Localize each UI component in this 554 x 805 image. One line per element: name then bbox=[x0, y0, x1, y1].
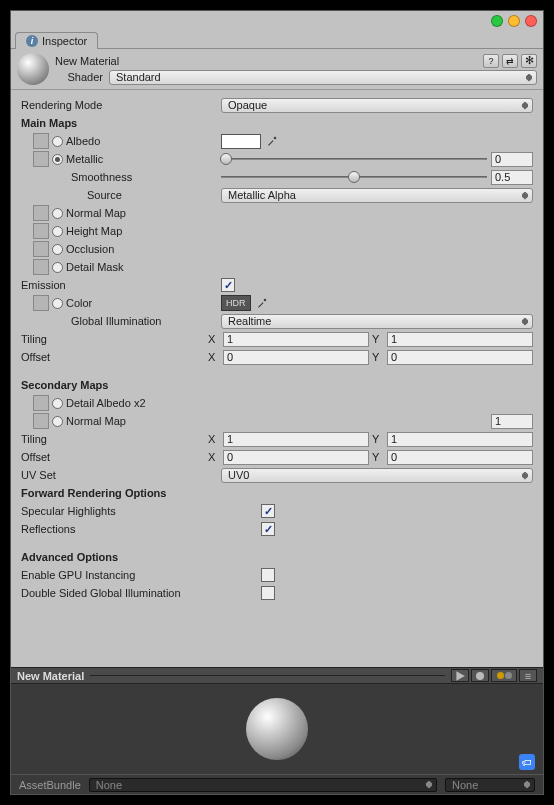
help-button[interactable]: ? bbox=[483, 54, 499, 68]
occlusion-texture-slot[interactable] bbox=[33, 241, 49, 257]
emission-color-radio[interactable] bbox=[52, 298, 63, 309]
smoothness-value-field[interactable] bbox=[491, 170, 533, 185]
secondary-maps-heading: Secondary Maps bbox=[21, 379, 221, 391]
metallic-radio[interactable] bbox=[52, 154, 63, 165]
tiling-x-field[interactable] bbox=[223, 332, 369, 347]
eyedropper-icon[interactable] bbox=[255, 296, 269, 310]
material-name: New Material bbox=[55, 55, 477, 67]
rendering-mode-dropdown[interactable]: Opaque bbox=[221, 98, 533, 113]
normal-radio[interactable] bbox=[52, 208, 63, 219]
offset-x-field[interactable] bbox=[223, 350, 369, 365]
secondary-normal-label: Normal Map bbox=[66, 415, 126, 427]
shader-dropdown[interactable]: Standard bbox=[109, 70, 537, 85]
detail-albedo-label: Detail Albedo x2 bbox=[66, 397, 146, 409]
detailmask-label: Detail Mask bbox=[66, 261, 123, 273]
preview-light-button[interactable] bbox=[491, 669, 517, 682]
secondary-tiling-y-field[interactable] bbox=[387, 432, 533, 447]
reflections-checkbox[interactable]: ✓ bbox=[261, 522, 275, 536]
secondary-normal-radio[interactable] bbox=[52, 416, 63, 427]
emission-label: Emission bbox=[21, 279, 221, 291]
assetbundle-label: AssetBundle bbox=[19, 779, 81, 791]
eyedropper-icon[interactable] bbox=[265, 134, 279, 148]
shader-label: Shader bbox=[55, 71, 103, 83]
preview-menu-button[interactable]: ≡ bbox=[519, 669, 537, 682]
main-maps-heading: Main Maps bbox=[21, 117, 221, 129]
tab-inspector[interactable]: i Inspector bbox=[15, 32, 98, 49]
gi-label: Global Illumination bbox=[21, 315, 221, 327]
secondary-tiling-x-field[interactable] bbox=[223, 432, 369, 447]
double-sided-gi-checkbox[interactable] bbox=[261, 586, 275, 600]
height-label: Height Map bbox=[66, 225, 122, 237]
gi-dropdown[interactable]: Realtime bbox=[221, 314, 533, 329]
normal-texture-slot[interactable] bbox=[33, 205, 49, 221]
albedo-label: Albedo bbox=[66, 135, 100, 147]
forward-heading: Forward Rendering Options bbox=[21, 487, 221, 499]
metallic-slider[interactable] bbox=[221, 152, 487, 166]
secondary-normal-texture-slot[interactable] bbox=[33, 413, 49, 429]
hdr-badge[interactable]: HDR bbox=[221, 295, 251, 311]
preview-title: New Material bbox=[17, 670, 84, 682]
emission-checkbox[interactable]: ✓ bbox=[221, 278, 235, 292]
smoothness-slider[interactable] bbox=[221, 170, 487, 184]
metallic-label: Metallic bbox=[66, 153, 103, 165]
settings-button[interactable]: ✻ bbox=[521, 54, 537, 68]
gear-icon: ✻ bbox=[525, 54, 534, 67]
normal-label: Normal Map bbox=[66, 207, 126, 219]
assetbundle-name-dropdown[interactable]: None bbox=[89, 778, 437, 792]
material-header: New Material ? ⇄ ✻ Shader Standard bbox=[11, 49, 543, 90]
gpu-instancing-checkbox[interactable] bbox=[261, 568, 275, 582]
albedo-texture-slot[interactable] bbox=[33, 133, 49, 149]
secondary-tiling-label: Tiling bbox=[21, 433, 208, 445]
preview-sphere-icon[interactable] bbox=[246, 698, 308, 760]
secondary-offset-y-field[interactable] bbox=[387, 450, 533, 465]
advanced-heading: Advanced Options bbox=[21, 551, 221, 563]
tab-bar: i Inspector bbox=[11, 31, 543, 49]
tiling-label: Tiling bbox=[21, 333, 208, 345]
detail-albedo-radio[interactable] bbox=[52, 398, 63, 409]
rendering-mode-label: Rendering Mode bbox=[21, 99, 221, 111]
tiling-y-field[interactable] bbox=[387, 332, 533, 347]
secondary-normal-value-field[interactable] bbox=[491, 414, 533, 429]
occlusion-label: Occlusion bbox=[66, 243, 114, 255]
assetbundle-bar: AssetBundle None None bbox=[11, 774, 543, 794]
source-dropdown[interactable]: Metallic Alpha bbox=[221, 188, 533, 203]
reflections-label: Reflections bbox=[21, 523, 261, 535]
info-icon: i bbox=[26, 35, 38, 47]
tag-icon[interactable]: 🏷 bbox=[519, 754, 535, 770]
preview-panel: New Material ≡ 🏷 AssetBundle None None bbox=[11, 667, 543, 794]
detailmask-radio[interactable] bbox=[52, 262, 63, 273]
offset-y-field[interactable] bbox=[387, 350, 533, 365]
specular-label: Specular Highlights bbox=[21, 505, 261, 517]
metallic-value-field[interactable] bbox=[491, 152, 533, 167]
specular-checkbox[interactable]: ✓ bbox=[261, 504, 275, 518]
secondary-offset-label: Offset bbox=[21, 451, 208, 463]
height-texture-slot[interactable] bbox=[33, 223, 49, 239]
window-zoom-icon[interactable] bbox=[508, 15, 520, 27]
assetbundle-variant-dropdown[interactable]: None bbox=[445, 778, 535, 792]
detail-albedo-texture-slot[interactable] bbox=[33, 395, 49, 411]
albedo-color-swatch[interactable] bbox=[221, 134, 261, 149]
offset-label: Offset bbox=[21, 351, 208, 363]
preset-button[interactable]: ⇄ bbox=[502, 54, 518, 68]
emission-color-label: Color bbox=[66, 297, 92, 309]
height-radio[interactable] bbox=[52, 226, 63, 237]
window-close-icon[interactable] bbox=[525, 15, 537, 27]
preview-play-button[interactable] bbox=[451, 669, 469, 682]
gpu-instancing-label: Enable GPU Instancing bbox=[21, 569, 261, 581]
occlusion-radio[interactable] bbox=[52, 244, 63, 255]
uvset-dropdown[interactable]: UV0 bbox=[221, 468, 533, 483]
window-titlebar bbox=[11, 11, 543, 31]
preview-sphere-button[interactable] bbox=[471, 669, 489, 682]
double-sided-gi-label: Double Sided Global Illumination bbox=[21, 587, 261, 599]
smoothness-label: Smoothness bbox=[21, 171, 221, 183]
source-label: Source bbox=[21, 189, 221, 201]
metallic-texture-slot[interactable] bbox=[33, 151, 49, 167]
albedo-radio[interactable] bbox=[52, 136, 63, 147]
preview-divider bbox=[90, 675, 445, 676]
secondary-offset-x-field[interactable] bbox=[223, 450, 369, 465]
inspector-window: i Inspector New Material ? ⇄ ✻ Shader St… bbox=[10, 10, 544, 795]
emission-color-texture-slot[interactable] bbox=[33, 295, 49, 311]
window-minimize-icon[interactable] bbox=[491, 15, 503, 27]
tab-label: Inspector bbox=[42, 35, 87, 47]
detailmask-texture-slot[interactable] bbox=[33, 259, 49, 275]
